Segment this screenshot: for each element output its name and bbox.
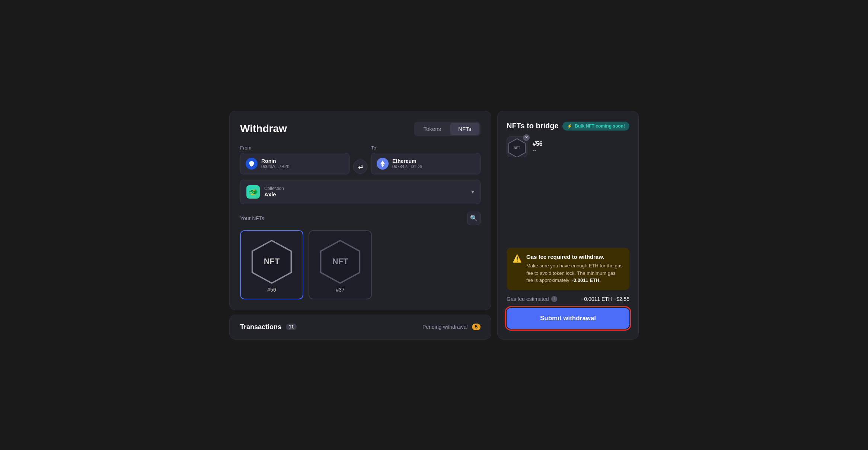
right-spacer [507, 163, 629, 242]
svg-text:NFT: NFT [264, 257, 280, 266]
from-label: From [240, 145, 350, 151]
to-group: To Ethereum 0x7342...D1Db [371, 145, 481, 174]
nft-bridge-number: #56 [533, 141, 543, 147]
pending-withdrawal-label: Pending withdrawal [422, 324, 467, 330]
bulk-nft-badge: ⚡ Bulk NFT coming soon! [562, 122, 629, 131]
to-chain-name: Ethereum [392, 158, 422, 164]
search-icon: 🔍 [470, 215, 478, 222]
gas-fee-label-text: Gas fee estimated [507, 296, 549, 302]
gas-fee-row: Gas fee estimated i ~0.0011 ETH ~$2.55 [507, 296, 629, 302]
tab-nfts[interactable]: NFTs [450, 123, 479, 135]
warning-text: Gas fee required to withdraw. Make sure … [526, 254, 623, 284]
withdraw-card: Withdraw Tokens NFTs From [229, 111, 491, 310]
nft-hexagon-56: NFT [247, 237, 297, 287]
bulk-icon: ⚡ [567, 123, 572, 129]
from-address-box[interactable]: Ronin 0x6fdA...7B2b [240, 153, 350, 174]
collection-name: Axie [264, 191, 467, 197]
nft-bridge-item: NFT ✕ #56 -- [507, 136, 629, 157]
gas-fee-label: Gas fee estimated i [507, 296, 557, 302]
to-label: To [371, 145, 481, 151]
to-address: 0x7342...D1Db [392, 164, 422, 169]
withdraw-header: Withdraw Tokens NFTs [240, 122, 481, 136]
nft-hexagon-37: NFT [315, 237, 365, 287]
nft-grid: NFT #56 NFT #37 [240, 230, 481, 299]
page-title: Withdraw [240, 123, 287, 135]
from-to-row: From Ronin 0x6fdA...7B2b ⇄ [240, 145, 481, 174]
gas-fee-info-icon[interactable]: i [551, 296, 557, 302]
from-address: 0x6fdA...7B2b [261, 164, 289, 169]
nfts-bridge-header: NFTs to bridge ⚡ Bulk NFT coming soon! [507, 122, 629, 131]
to-address-box[interactable]: Ethereum 0x7342...D1Db [371, 153, 481, 174]
from-chain-name: Ronin [261, 158, 289, 164]
right-panel: NFTs to bridge ⚡ Bulk NFT coming soon! N… [497, 111, 639, 340]
from-group: From Ronin 0x6fdA...7B2b [240, 145, 350, 174]
search-nfts-button[interactable]: 🔍 [467, 212, 481, 225]
nft-bridge-info: #56 -- [533, 141, 543, 153]
collection-selector[interactable]: 🐲 Collection Axie ▾ [240, 180, 481, 204]
nft-bridge-icon-wrap: NFT ✕ [507, 136, 527, 157]
submit-withdrawal-button[interactable]: Submit withdrawal [507, 308, 629, 329]
left-panel: Withdraw Tokens NFTs From [229, 111, 491, 340]
tab-tokens[interactable]: Tokens [415, 123, 449, 135]
main-container: Withdraw Tokens NFTs From [229, 111, 639, 340]
chevron-down-icon: ▾ [471, 188, 474, 195]
pending-withdrawal-badge: 5 [472, 324, 481, 330]
warning-highlight: ~0.0011 ETH. [571, 277, 601, 283]
svg-text:NFT: NFT [332, 257, 348, 266]
to-address-info: Ethereum 0x7342...D1Db [392, 158, 422, 169]
axie-collection-icon: 🐲 [246, 185, 260, 199]
nft-bridge-dash: -- [533, 147, 543, 153]
nft-card-56[interactable]: NFT #56 [240, 230, 303, 299]
gas-fee-value: ~0.0011 ETH ~$2.55 [581, 296, 629, 302]
tab-group: Tokens NFTs [414, 122, 481, 136]
nft-number-56: #56 [267, 287, 276, 293]
warning-body: Make sure you have enough ETH for the ga… [526, 262, 623, 284]
your-nfts-header: Your NFTs 🔍 [240, 212, 481, 225]
transactions-title: Transactions [240, 323, 281, 331]
nfts-bridge-title: NFTs to bridge [507, 122, 559, 130]
svg-text:NFT: NFT [514, 145, 521, 149]
collection-label: Collection [264, 186, 467, 191]
your-nfts-label: Your NFTs [240, 215, 264, 221]
nft-card-37[interactable]: NFT #37 [309, 230, 372, 299]
warning-icon: ⚠️ [513, 254, 522, 263]
ethereum-icon [377, 158, 389, 170]
gas-warning-box: ⚠️ Gas fee required to withdraw. Make su… [507, 248, 629, 290]
bulk-badge-text: Bulk NFT coming soon! [575, 123, 625, 129]
warning-title: Gas fee required to withdraw. [526, 254, 623, 260]
nft-number-37: #37 [336, 287, 344, 293]
collection-info: Collection Axie [264, 186, 467, 197]
transactions-count-badge: 11 [286, 324, 297, 330]
transactions-card: Transactions 11 Pending withdrawal 5 [229, 315, 491, 340]
ronin-icon [246, 158, 258, 170]
swap-button[interactable]: ⇄ [353, 160, 367, 174]
from-address-info: Ronin 0x6fdA...7B2b [261, 158, 289, 169]
nft-bridge-remove-button[interactable]: ✕ [523, 134, 530, 141]
